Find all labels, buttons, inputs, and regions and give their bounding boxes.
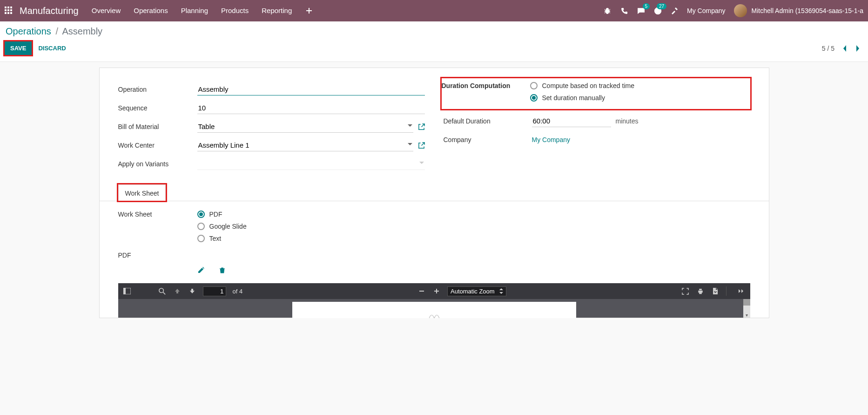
default-duration-input[interactable]	[532, 115, 611, 127]
zoom-select[interactable]: Automatic Zoom	[447, 286, 506, 296]
page-number-input[interactable]	[203, 286, 226, 296]
worksheet-option-pdf[interactable]: PDF	[197, 211, 247, 218]
operation-label: Operation	[118, 86, 197, 93]
radio-icon	[530, 94, 538, 102]
zoom-select-label: Automatic Zoom	[451, 288, 495, 295]
search-icon[interactable]	[158, 287, 167, 295]
new-menu-icon[interactable]	[305, 7, 313, 15]
control-panel: Operations / Assembly SAVE DISCARD 5 / 5	[0, 21, 868, 62]
apps-menu-icon[interactable]	[5, 7, 13, 15]
svg-point-3	[159, 288, 163, 292]
menu-overview[interactable]: Overview	[92, 7, 121, 15]
messages-icon[interactable]: 5	[637, 7, 645, 15]
sidebar-toggle-icon[interactable]	[123, 287, 131, 295]
bom-external-link[interactable]	[418, 123, 425, 130]
breadcrumb-parent[interactable]: Operations	[6, 26, 51, 36]
bug-icon[interactable]	[603, 7, 612, 15]
tab-content-worksheet: Work Sheet PDF Google Slide Text	[118, 201, 750, 318]
topbar: Manufacturing Overview Operations Planni…	[0, 0, 868, 21]
svg-rect-2	[123, 288, 126, 294]
page-down-icon[interactable]	[188, 287, 196, 295]
worksheet-type-label: Work Sheet	[118, 211, 197, 218]
tab-worksheet[interactable]: Work Sheet	[118, 184, 166, 201]
duration-option-tracked-label: Compute based on tracked time	[542, 82, 634, 89]
pager-text[interactable]: 5 / 5	[822, 45, 834, 52]
breadcrumb: Operations / Assembly	[6, 26, 861, 37]
page-count: of 4	[233, 288, 243, 295]
user-name: Mitchell Admin (15369054-saas-15-1-a	[752, 7, 863, 14]
worksheet-pdf-label: PDF	[209, 211, 222, 218]
variants-label: Apply on Variants	[118, 160, 197, 168]
avatar	[734, 4, 747, 17]
radio-icon	[197, 235, 205, 242]
pdf-page[interactable]	[292, 302, 576, 318]
duration-unit: minutes	[616, 117, 639, 125]
notebook-tabs: Work Sheet	[100, 184, 769, 201]
systray: 5 27 My Company Mitchell Admin (15369054…	[603, 4, 863, 17]
save-button[interactable]: SAVE	[5, 41, 32, 55]
form-sheet: Operation Sequence Bill of Material	[99, 68, 769, 318]
workcenter-input[interactable]	[197, 139, 413, 151]
duration-option-manual-label: Set duration manually	[542, 94, 605, 102]
user-menu[interactable]: Mitchell Admin (15369054-saas-15-1-a	[734, 4, 863, 17]
company-link[interactable]: My Company	[532, 136, 570, 143]
worksheet-text-label: Text	[209, 235, 222, 242]
bom-label: Bill of Material	[118, 123, 197, 130]
pager: 5 / 5	[822, 45, 861, 52]
tools-icon[interactable]	[670, 7, 679, 15]
activities-icon[interactable]: 27	[653, 7, 662, 15]
phone-icon[interactable]	[620, 7, 628, 15]
menu-reporting[interactable]: Reporting	[262, 7, 292, 15]
menu-planning[interactable]: Planning	[181, 7, 208, 15]
company-selector[interactable]: My Company	[687, 7, 725, 14]
radio-icon	[197, 223, 205, 230]
fullscreen-icon[interactable]	[681, 287, 690, 295]
activities-badge: 27	[657, 3, 666, 9]
menu-products[interactable]: Products	[221, 7, 249, 15]
save-highlight: SAVE	[5, 41, 32, 55]
operation-input[interactable]	[197, 83, 425, 95]
default-duration-label: Default Duration	[444, 117, 532, 125]
sequence-input[interactable]	[197, 102, 425, 114]
bom-input[interactable]	[197, 121, 413, 133]
radio-icon	[530, 82, 538, 89]
breadcrumb-current: Assembly	[62, 26, 102, 36]
menu-operations[interactable]: Operations	[134, 7, 168, 15]
page-up-icon[interactable]	[173, 287, 182, 295]
main-menu: Overview Operations Planning Products Re…	[92, 7, 603, 15]
print-icon[interactable]	[696, 287, 705, 295]
more-tools-icon[interactable]	[737, 287, 746, 295]
worksheet-google-label: Google Slide	[209, 223, 247, 230]
pager-prev[interactable]	[842, 45, 848, 52]
worksheet-option-text[interactable]: Text	[197, 235, 247, 242]
duration-highlight: Duration Computation Compute based on tr…	[442, 78, 750, 109]
pdf-label: PDF	[118, 252, 197, 259]
pager-next[interactable]	[855, 45, 861, 52]
breadcrumb-separator: /	[55, 26, 58, 36]
variants-input[interactable]	[197, 158, 425, 170]
sequence-label: Sequence	[118, 104, 197, 112]
pdf-scrollbar[interactable]: ▾	[743, 299, 750, 318]
form-right-column: Duration Computation Compute based on tr…	[444, 82, 750, 175]
worksheet-tab-highlight: Work Sheet	[118, 184, 166, 201]
duration-option-tracked[interactable]: Compute based on tracked time	[530, 82, 634, 89]
pdf-canvas: ▾	[118, 299, 750, 318]
duration-computation-label: Duration Computation	[442, 82, 530, 89]
company-label: Company	[444, 136, 532, 143]
worksheet-option-google[interactable]: Google Slide	[197, 223, 247, 230]
discard-button[interactable]: DISCARD	[38, 45, 66, 52]
form-left-column: Operation Sequence Bill of Material	[118, 82, 425, 175]
download-icon[interactable]	[711, 287, 720, 295]
zoom-in-icon[interactable]	[432, 287, 441, 295]
messages-badge: 5	[643, 3, 650, 9]
edit-pdf-button[interactable]	[197, 266, 205, 274]
delete-pdf-button[interactable]	[219, 266, 226, 274]
duration-option-manual[interactable]: Set duration manually	[530, 94, 634, 102]
zoom-out-icon[interactable]	[417, 287, 426, 295]
workcenter-external-link[interactable]	[418, 142, 425, 149]
app-title[interactable]: Manufacturing	[20, 6, 79, 16]
radio-icon	[197, 211, 205, 218]
pdf-toolbar: of 4 Automatic Zoom	[118, 283, 750, 299]
workcenter-label: Work Center	[118, 142, 197, 149]
